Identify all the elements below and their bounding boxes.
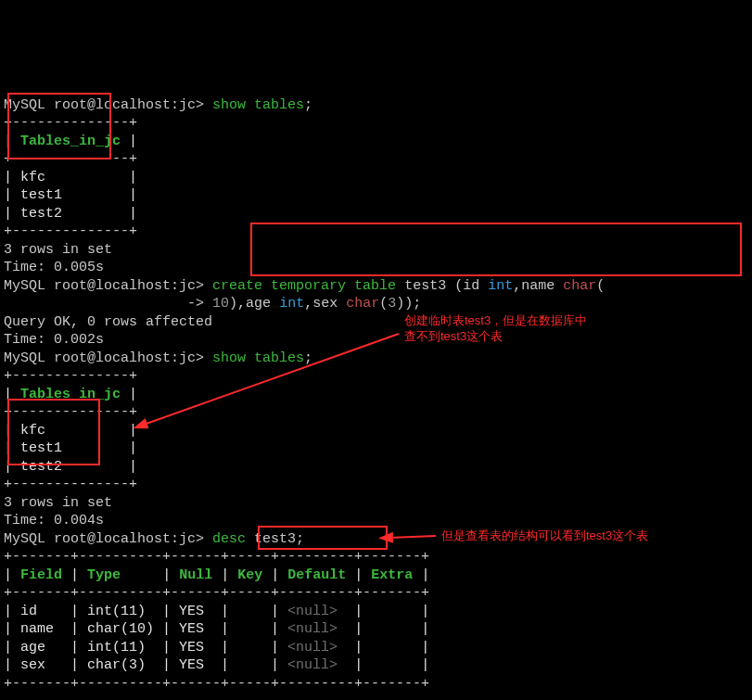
semicolon: ; [304,350,312,366]
desc-cell: YES [179,604,204,619]
cmd-show-tables-1: show tables [212,97,304,113]
table-sep: +--------------+ [4,404,137,420]
desc-cell: YES [179,621,204,637]
desc-header-extra: Extra [363,567,421,583]
tables-header-1: Tables_in_jc [12,134,129,149]
table-sep: +--------------+ [4,368,137,384]
annotation-1: 创建临时表test3，但是在数据库中查不到test3这个表 [404,313,645,345]
time-1: Time: 0.005s [4,260,104,275]
table-name: test3 [404,278,446,294]
time-3: Time: 0.004s [4,513,104,528]
desc-cell: id [20,604,37,619]
table-sep: +--------------+ [4,477,137,492]
rows-in-set-2: 3 rows in set [4,495,112,511]
semicolon: ; [296,531,304,547]
table-row: kfc [20,423,45,439]
type-int: int [488,278,513,294]
desc-header-type: Type [79,567,162,583]
desc-cell-null: <null> [287,657,338,673]
col-age: ),age [229,296,271,312]
table-sep: +--------------+ [4,223,137,239]
table-row: test1 [20,187,62,203]
desc-cell: age [20,640,45,655]
desc-cell: name [20,621,54,637]
desc-cell: YES [179,657,204,673]
desc-cell-null: <null> [287,604,338,619]
desc-sep: +-------+----------+------+-----+-------… [4,585,429,601]
paren: ( [596,278,605,294]
table-row: test2 [20,206,62,222]
type-char: char [563,278,596,294]
cmd-show-tables-2: show tables [212,350,304,366]
num-3: 3 [388,296,396,312]
desc-cell: char(3) [87,657,146,673]
time-2: Time: 0.002s [4,332,104,348]
desc-cell: int(11) [87,640,146,655]
query-ok: Query OK, 0 rows affected [4,314,212,330]
desc-cell-null: <null> [287,621,338,637]
desc-sep: +-------+----------+------+-----+-------… [4,676,429,692]
cmd-desc: desc [212,531,246,547]
table-row: test1 [20,440,62,456]
semicolon: ; [304,97,312,113]
desc-arg: test3 [254,531,296,547]
desc-cell: YES [179,640,204,655]
desc-sep: +-------+----------+------+-----+-------… [4,549,429,565]
desc-cell: char(10) [87,621,154,637]
close-paren: )); [396,296,421,312]
table-row: test2 [20,459,62,475]
rows-in-set-1: 3 rows in set [4,242,112,258]
col-sex: ,sex [304,296,338,312]
prompt-4: MySQL root@localhost:jc> [4,531,204,547]
col-id: (id [454,278,479,294]
tables-header-2: Tables_in_jc [12,387,129,402]
type-int: int [279,296,304,312]
prompt-2: MySQL root@localhost:jc> [4,278,204,294]
prompt-1: MySQL root@localhost:jc> [4,97,204,113]
table-row: kfc [20,170,45,185]
terminal-output: MySQL root@localhost:jc> show tables; +-… [4,78,748,693]
type-char: char [346,296,379,312]
table-sep: +--------------+ [4,151,137,167]
table-sep: +--------------+ [4,115,137,131]
desc-cell: sex [20,657,45,673]
desc-header-null: Null [171,567,221,583]
desc-cell: int(11) [87,604,146,619]
desc-header-field: Field [12,567,70,583]
col-name: ,name [513,278,554,294]
desc-cell-null: <null> [287,640,338,655]
annotation-2: 但是查看表的结构可以看到test3这个表 [441,528,738,544]
desc-header-default: Default [279,567,354,583]
continuation-prompt: -> [187,296,204,312]
paren: ( [379,296,388,312]
prompt-3: MySQL root@localhost:jc> [4,350,204,366]
cmd-create-table: create temporary table [212,278,396,294]
desc-header-key: Key [229,567,271,583]
num-10: 10 [212,296,229,312]
